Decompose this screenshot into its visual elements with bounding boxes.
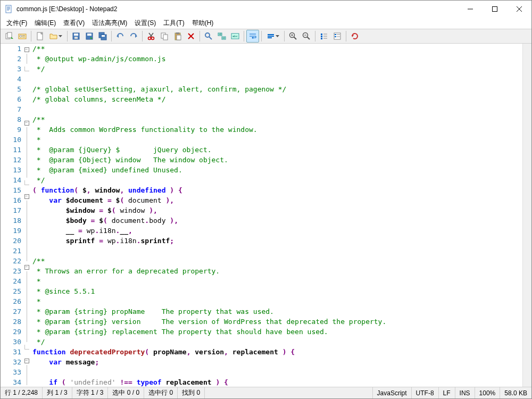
statusbar: 行 1 / 2,248 列 1 / 3 字符 1 / 3 选中 0 / 0 选中… bbox=[1, 387, 531, 398]
separator bbox=[67, 31, 68, 41]
find-in-files-button[interactable]: abc bbox=[229, 30, 242, 43]
menu-tools[interactable]: 工具(T) bbox=[160, 18, 188, 29]
separator bbox=[244, 31, 244, 41]
svg-point-13 bbox=[20, 35, 22, 37]
svg-point-32 bbox=[148, 37, 151, 40]
new-button[interactable] bbox=[34, 30, 46, 43]
status-eol[interactable]: LF bbox=[439, 387, 455, 398]
svg-rect-65 bbox=[321, 38, 322, 39]
separator bbox=[31, 31, 31, 41]
redo-button[interactable] bbox=[127, 30, 140, 43]
close-button[interactable] bbox=[507, 1, 531, 17]
menu-syntax[interactable]: 语法高亮(M) bbox=[88, 18, 131, 29]
svg-rect-21 bbox=[74, 37, 78, 39]
maximize-button[interactable] bbox=[483, 1, 507, 17]
svg-rect-27 bbox=[102, 35, 105, 37]
svg-text:abc: abc bbox=[232, 35, 238, 38]
replace-button[interactable]: abac bbox=[215, 30, 228, 43]
svg-text:ac: ac bbox=[222, 36, 226, 39]
svg-rect-53 bbox=[268, 36, 274, 37]
svg-rect-52 bbox=[268, 34, 274, 35]
svg-rect-71 bbox=[335, 36, 336, 37]
svg-point-41 bbox=[205, 33, 210, 37]
svg-rect-14 bbox=[22, 35, 25, 36]
menu-file[interactable]: 文件(F) bbox=[3, 18, 31, 29]
paste-button[interactable] bbox=[171, 30, 184, 43]
app-window: common.js [E:\Desktop] - Notepad2 文件(F) … bbox=[0, 0, 532, 399]
toolbar: abac abc bbox=[1, 29, 531, 44]
menu-edit[interactable]: 编辑(E) bbox=[31, 18, 60, 29]
fold-column[interactable]: −−−−−− bbox=[23, 44, 30, 387]
code-content[interactable]: /** * @output wp-admin/js/common.js */ /… bbox=[30, 44, 522, 387]
svg-rect-10 bbox=[7, 32, 12, 38]
separator bbox=[346, 31, 346, 41]
svg-text:ab: ab bbox=[219, 32, 222, 36]
separator bbox=[111, 31, 112, 41]
cut-button[interactable] bbox=[145, 30, 157, 43]
status-encoding[interactable]: UTF-8 bbox=[412, 387, 439, 398]
menubar: 文件(F) 编辑(E) 查看(V) 语法高亮(M) 设置(S) 工具(T) 帮助… bbox=[1, 17, 531, 29]
zoom-in-button[interactable] bbox=[287, 30, 300, 43]
save-button[interactable] bbox=[70, 30, 82, 43]
status-find[interactable]: 找到 0 bbox=[178, 387, 205, 398]
separator bbox=[284, 31, 285, 41]
svg-line-42 bbox=[209, 37, 212, 39]
status-line[interactable]: 行 1 / 2,248 bbox=[1, 387, 43, 398]
copy-button[interactable] bbox=[158, 30, 171, 43]
status-size[interactable]: 58.0 KB bbox=[500, 387, 531, 398]
svg-rect-38 bbox=[177, 35, 181, 40]
svg-rect-54 bbox=[268, 37, 272, 38]
svg-rect-20 bbox=[74, 34, 78, 36]
vertical-scrollbar[interactable] bbox=[522, 44, 531, 387]
svg-rect-6 bbox=[493, 6, 497, 11]
separator bbox=[142, 31, 143, 41]
status-sel-lines[interactable]: 选中行 0 bbox=[144, 387, 178, 398]
svg-rect-15 bbox=[22, 37, 25, 37]
open-button[interactable] bbox=[47, 30, 65, 43]
bookmark-list-button[interactable] bbox=[331, 30, 344, 43]
bookmark-button[interactable] bbox=[318, 30, 330, 43]
path-button[interactable] bbox=[16, 30, 29, 43]
svg-line-62 bbox=[307, 37, 310, 40]
scheme-button[interactable] bbox=[264, 30, 282, 43]
status-zoom[interactable]: 100% bbox=[475, 387, 501, 398]
svg-rect-63 bbox=[321, 34, 322, 35]
menu-view[interactable]: 查看(V) bbox=[60, 18, 88, 29]
svg-marker-18 bbox=[59, 35, 62, 37]
app-icon bbox=[5, 5, 13, 13]
refresh-button[interactable] bbox=[348, 30, 361, 43]
svg-point-33 bbox=[152, 37, 154, 40]
menu-settings[interactable]: 设置(S) bbox=[131, 18, 160, 29]
status-sel[interactable]: 选中 0 / 0 bbox=[108, 387, 144, 398]
menu-help[interactable]: 帮助(H) bbox=[188, 18, 218, 29]
editor-area[interactable]: 1234567891011121314151617181920212223242… bbox=[1, 44, 531, 387]
line-number-gutter[interactable]: 1234567891011121314151617181920212223242… bbox=[1, 44, 23, 387]
separator bbox=[315, 31, 315, 41]
save-copy-button[interactable] bbox=[96, 30, 109, 43]
svg-rect-70 bbox=[335, 34, 336, 35]
history-button[interactable] bbox=[3, 30, 15, 43]
svg-marker-51 bbox=[252, 37, 253, 39]
undo-button[interactable] bbox=[114, 30, 127, 43]
find-button[interactable] bbox=[202, 30, 215, 43]
svg-rect-35 bbox=[163, 35, 168, 40]
svg-line-59 bbox=[294, 37, 297, 40]
svg-rect-64 bbox=[321, 36, 322, 37]
status-col[interactable]: 列 1 / 3 bbox=[43, 387, 72, 398]
svg-marker-55 bbox=[276, 35, 279, 37]
save-as-button[interactable] bbox=[83, 30, 96, 43]
minimize-button[interactable] bbox=[458, 1, 483, 17]
svg-marker-74 bbox=[352, 35, 354, 37]
separator bbox=[261, 31, 262, 41]
window-title: common.js [E:\Desktop] - Notepad2 bbox=[16, 5, 458, 13]
delete-button[interactable] bbox=[185, 30, 197, 43]
word-wrap-button[interactable] bbox=[246, 30, 259, 43]
status-ovr[interactable]: INS bbox=[455, 387, 475, 398]
status-spacer bbox=[205, 387, 372, 398]
zoom-out-button[interactable] bbox=[300, 30, 313, 43]
svg-rect-37 bbox=[176, 32, 179, 34]
status-lang[interactable]: JavaScript bbox=[373, 387, 412, 398]
titlebar[interactable]: common.js [E:\Desktop] - Notepad2 bbox=[1, 1, 531, 17]
status-char[interactable]: 字符 1 / 3 bbox=[72, 387, 109, 398]
separator bbox=[200, 31, 200, 41]
